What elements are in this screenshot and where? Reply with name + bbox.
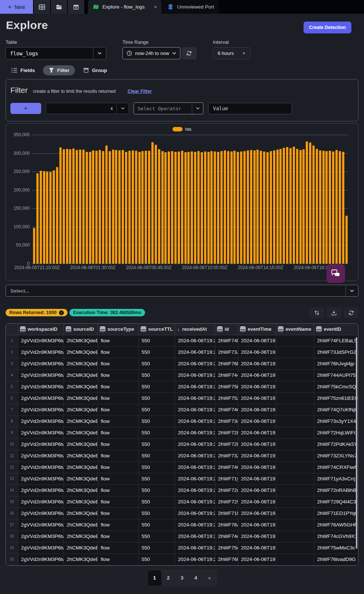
filter-tab[interactable]: Filter <box>43 65 75 75</box>
refresh-icon <box>348 310 354 316</box>
files-button[interactable] <box>51 0 67 14</box>
table-cell: 2hWF72P <box>215 438 238 450</box>
time-range-control[interactable]: now-24h to now <box>122 47 180 59</box>
info-icon[interactable]: i <box>59 310 64 315</box>
bar <box>76 150 78 264</box>
archive-button[interactable] <box>68 0 84 14</box>
map-icon <box>93 4 99 10</box>
clear-filter-link[interactable]: Clear Filter <box>128 89 152 94</box>
filter-field-combobox[interactable]: x <box>46 103 129 114</box>
table-cell: 2024-06-06T19:2 <box>175 542 215 554</box>
columns-select[interactable]: Select... <box>6 285 358 297</box>
column-header-sourceType[interactable]: sourceType <box>98 324 138 335</box>
tables-button[interactable] <box>34 0 50 14</box>
bar <box>43 171 45 264</box>
bar <box>279 149 282 264</box>
sort-results-button[interactable] <box>309 307 324 318</box>
column-header-id[interactable]: id <box>215 324 238 335</box>
table-row[interactable]: 182gVVd2n9KM3P6twl2hCMK3QdeBGflow5502024… <box>6 531 358 542</box>
table-row[interactable]: 42gVVd2n9KM3P6twl2hCMK3QdeBGflow5502024-… <box>6 369 358 381</box>
table-row[interactable]: 112gVVd2n9KM3P6twl2hCMK3QdeBGflow5502024… <box>6 450 358 461</box>
column-sheet-icon <box>141 327 146 332</box>
filter-value-input[interactable] <box>208 103 292 114</box>
table-row[interactable]: 192gVVd2n9KM3P6twl2hCMK3QdeBGflow5502024… <box>6 542 358 554</box>
results-table: workspaceIDsourceIDsourceTypesourceTTL↓r… <box>6 323 358 566</box>
table-cell: flow <box>98 346 138 358</box>
table-cell: 2hWF76hJvgl4jp <box>314 358 358 369</box>
refresh-time-range-button[interactable] <box>182 47 197 59</box>
table-cell: 2hWF74Q <box>215 404 238 415</box>
table-row[interactable]: 32gVVd2n9KM3P6twl2hCMK3QdeBGflow5502024-… <box>6 358 358 369</box>
add-filter-button[interactable]: + <box>10 103 41 114</box>
column-header-eventTime[interactable]: eventTime <box>238 324 276 335</box>
table-scrollbar[interactable] <box>356 337 357 549</box>
table-cell: 2024-06-06T19:2 <box>175 554 215 565</box>
bar <box>227 151 229 264</box>
table-row[interactable]: 162gVVd2n9KM3P6twl2hCMK3QdeBGflow5502024… <box>6 507 358 519</box>
bar <box>92 150 94 264</box>
chart-legend: hits <box>6 127 358 132</box>
table-row[interactable]: 72gVVd2n9KM3P6twl2hCMK3QdeBGflow5502024-… <box>6 404 358 415</box>
tab-unreviewed-port[interactable]: Unreviewed Port <box>162 0 219 14</box>
table-row[interactable]: 122gVVd2n9KM3P6twl2hCMK3QdeBGflow5502024… <box>6 461 358 473</box>
new-button[interactable]: + New <box>0 0 33 14</box>
table-row[interactable]: 132gVVd2n9KM3P6twl2hCMK3QdeBGflow5502024… <box>6 473 358 484</box>
table-cell: 2024-06-06T19:1 <box>238 554 276 565</box>
clear-field-icon[interactable]: x <box>107 106 117 111</box>
table-row[interactable]: 22gVVd2n9KM3P6twl2hCMK3QdeBGflow5502024-… <box>6 346 358 358</box>
table-select[interactable]: flow_logs <box>6 47 106 59</box>
bar <box>148 151 150 264</box>
table-row[interactable]: 172gVVd2n9KM3P6twl2hCMK3QdeBGflow5502024… <box>6 519 358 531</box>
create-detection-button[interactable]: Create Detection <box>304 22 351 33</box>
table-row[interactable]: 102gVVd2n9KM3P6twl2hCMK3QdeBGflow5502024… <box>6 438 358 450</box>
bar <box>40 171 42 264</box>
table-cell: 2024-06-06T19:1 <box>238 404 276 415</box>
column-header-workspaceID[interactable]: workspaceID <box>18 324 63 335</box>
table-cell: flow <box>98 554 138 565</box>
close-icon[interactable]: × <box>154 4 157 10</box>
page-button-3[interactable]: 3 <box>175 570 189 586</box>
row-number-header <box>6 324 18 335</box>
interval-select[interactable]: 6 hours ▼ <box>213 47 250 59</box>
table-row[interactable]: 12gVVd2n9KM3P6twl2hCMK3QdeBGflow5502024-… <box>6 335 358 346</box>
page-button-2[interactable]: 2 <box>161 570 175 586</box>
table-cell: 2hWF75zn61tEE0 <box>314 392 358 404</box>
column-header-receivedAt[interactable]: ↓receivedAt <box>175 324 215 335</box>
table-row[interactable]: 82gVVd2n9KM3P6twl2hCMK3QdeBGflow5502024-… <box>6 415 358 427</box>
page-button-1[interactable]: 1 <box>148 570 161 586</box>
table-cell: 2hWF744AUPl75 <box>314 369 358 381</box>
filter-panel-title: Filter <box>10 86 28 95</box>
next-pages-button[interactable]: » <box>203 570 216 586</box>
chart-plot[interactable] <box>32 135 348 264</box>
table-row[interactable]: 62gVVd2n9KM3P6twl2hCMK3QdeBGflow5502024-… <box>6 392 358 404</box>
table-cell: 2hWF74FLEBaL5 <box>314 335 358 346</box>
tab-explore-flow-logs[interactable]: Explore - flow_logs × <box>88 0 162 14</box>
table-cell: 2hWF74F <box>215 335 238 346</box>
table-row[interactable]: 152gVVd2n9KM3P6twl2hCMK3QdeBGflow5502024… <box>6 496 358 507</box>
table-row[interactable]: 92gVVd2n9KM3P6twl2hCMK3QdeBGflow5502024-… <box>6 427 358 438</box>
refresh-results-button[interactable] <box>344 307 358 318</box>
table-cell: flow <box>98 381 138 392</box>
row-number: 5 <box>6 381 18 392</box>
download-button[interactable] <box>327 307 341 318</box>
page-button-4[interactable]: 4 <box>189 570 203 586</box>
time-range-label: Time Range <box>122 39 197 45</box>
row-number: 19 <box>6 542 18 554</box>
column-header-eventID[interactable]: eventID <box>314 324 358 335</box>
group-tab[interactable]: Group <box>83 68 107 73</box>
feedback-button[interactable] <box>327 264 345 283</box>
bar <box>253 150 256 264</box>
table-cell <box>276 358 314 369</box>
fields-tab[interactable]: Fields <box>11 68 35 73</box>
table-cell: 2024-06-06T19:2 <box>175 438 215 450</box>
operator-select[interactable]: Select Operator <box>134 102 203 114</box>
column-header-sourceTTL[interactable]: sourceTTL <box>138 324 175 335</box>
table-row[interactable]: 202gVVd2n9KM3P6twl2hCMK3QdeBGflow5502024… <box>6 554 358 565</box>
table-row[interactable]: 142gVVd2n9KM3P6twl2hCMK3QdeBGflow5502024… <box>6 484 358 496</box>
column-header-eventName[interactable]: eventName <box>276 324 314 335</box>
column-header-sourceID[interactable]: sourceID <box>63 324 98 335</box>
table-row[interactable]: 52gVVd2n9KM3P6twl2hCMK3QdeBGflow5502024-… <box>6 381 358 392</box>
bar <box>168 151 170 264</box>
table-cell <box>276 427 314 438</box>
row-number: 13 <box>6 473 18 484</box>
